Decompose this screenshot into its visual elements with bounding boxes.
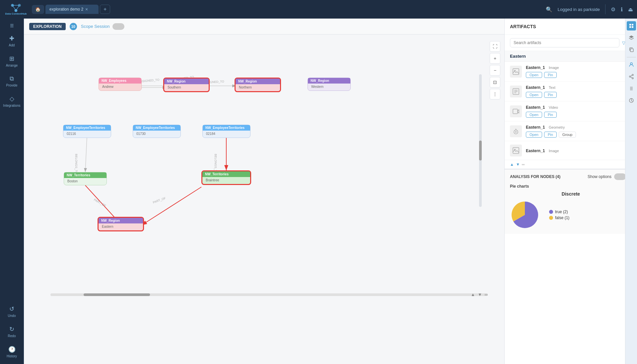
artifact-actions: Open Pin (526, 72, 632, 78)
svg-text:BELONGS_TO: BELONGS_TO (75, 154, 78, 174)
edge-divider (627, 57, 636, 57)
svg-point-37 (630, 63, 632, 65)
scope-toggle[interactable] (112, 23, 124, 30)
fit-btn[interactable]: ⊡ (490, 77, 500, 88)
pie-chart-container: true (2) false (1) (510, 200, 632, 230)
artifact-text-icon (510, 86, 522, 97)
sort-up-icon[interactable]: ▲ (471, 292, 475, 297)
edge-tab-person[interactable] (627, 60, 636, 69)
exploration-tab[interactable]: exploration demo 2 × (45, 5, 99, 14)
logout-icon[interactable]: ⏏ (628, 6, 633, 13)
svg-line-5 (16, 5, 20, 11)
artifact-actions: Open Pin (526, 92, 632, 98)
tab-close-btn[interactable]: × (85, 7, 88, 12)
fullscreen-btn[interactable]: ⛶ (490, 41, 500, 52)
sort-up-btn[interactable]: ▲ (510, 162, 514, 167)
artifact-group-btn[interactable]: Group (559, 132, 576, 138)
app-logo[interactable]: Data ContextHub (4, 3, 28, 16)
zoom-in-btn[interactable]: + (490, 53, 500, 64)
node-nw-region-eastern[interactable]: NW_Region Eastern (98, 217, 144, 231)
svg-point-29 (515, 131, 517, 133)
canvas-hscrollbar[interactable] (50, 293, 488, 296)
artifact-info: Eastern_1 Image Open Pin (526, 65, 632, 78)
svg-rect-30 (513, 148, 519, 153)
artifact-pin-btn[interactable]: Pin (544, 112, 557, 118)
node-nw-region-northern[interactable]: NW_Region Northern (235, 78, 281, 92)
node-nw-terr-boston[interactable]: NW_Territories Boston (64, 172, 107, 185)
provide-icon: ⧉ (10, 75, 14, 82)
undo-icon: ↺ (9, 305, 14, 313)
svg-rect-27 (513, 109, 518, 114)
node-nw-empterr-02116[interactable]: NW_EmployeeTerritories 02116 (63, 125, 111, 138)
edge-tab-share[interactable] (627, 72, 636, 81)
svg-point-38 (632, 74, 633, 76)
sidebar-item-integrations[interactable]: ◇ Integrations (0, 92, 24, 111)
node-nw-region-western[interactable]: NW_Region Western (308, 78, 351, 91)
topbar: Data ContextHub 🏠 exploration demo 2 × +… (0, 0, 637, 19)
artifact-actions: Open Pin (526, 112, 632, 118)
artifact-pin-btn[interactable]: Pin (544, 92, 557, 98)
artifact-info: Eastern_1 Text Open Pin (526, 85, 632, 98)
artifact-video-icon (510, 105, 522, 117)
artifact-info: Eastern_1 Video Open Pin (526, 105, 632, 118)
svg-rect-36 (630, 49, 633, 52)
node-nw-region-southern[interactable]: NW_Region Southern (163, 78, 210, 92)
artifact-open-btn[interactable]: Open (526, 72, 542, 78)
artifact-open-btn[interactable]: Open (526, 112, 542, 118)
sort-down-icon[interactable]: ▼ (478, 292, 482, 297)
edge-tab-copy[interactable] (627, 45, 636, 54)
svg-rect-35 (632, 26, 633, 28)
artifact-item-eastern1-image2: Eastern_1 Image (505, 141, 637, 160)
legend-item-false: false (1) (549, 215, 569, 220)
integrations-icon: ◇ (10, 95, 14, 102)
edge-tab-list[interactable] (627, 84, 636, 93)
settings-icon[interactable]: ⚙ (611, 6, 615, 13)
artifact-group-eastern: Eastern (505, 51, 637, 62)
graph-canvas[interactable]: ASSIGNED_TO ASSIGNED_TO ASSIGNED_TO BELO… (24, 34, 504, 364)
search-icon[interactable]: 🔍 (546, 6, 552, 13)
sidebar-item-history[interactable]: 🕐 History (0, 342, 24, 361)
artifact-open-btn[interactable]: Open (526, 132, 542, 138)
node-nw-employees[interactable]: NW_Employees Andrew (99, 78, 142, 91)
artifacts-title: ARTIFACTS (505, 19, 637, 35)
sidebar-item-arrange[interactable]: ⊞ Arrange (0, 52, 24, 71)
more-options-btn[interactable]: ⋮ (490, 89, 500, 99)
edge-tab-layers[interactable] (627, 33, 636, 42)
legend-dot-true (549, 210, 553, 214)
sort-equal-icon[interactable]: ═ (485, 292, 488, 297)
info-icon[interactable]: ℹ (621, 6, 623, 13)
artifact-pin-btn[interactable]: Pin (544, 72, 557, 78)
svg-line-13 (85, 137, 87, 172)
sort-eq-btn[interactable]: ═ (522, 162, 525, 167)
search-artifacts-input[interactable] (510, 38, 619, 47)
new-tab-btn[interactable]: + (100, 5, 110, 14)
analysis-options-toggle[interactable] (614, 173, 626, 180)
artifact-open-btn[interactable]: Open (526, 92, 542, 98)
scope-session-toggle[interactable]: Scope Session (81, 23, 124, 30)
svg-line-4 (13, 5, 16, 11)
redo-icon: ↻ (9, 326, 14, 333)
arrange-icon: ⊞ (9, 55, 14, 62)
svg-text:PART_OF: PART_OF (93, 198, 107, 208)
left-sidebar: ☰ ✚ Add ⊞ Arrange ⧉ Provide ◇ Integratio… (0, 19, 24, 364)
sidebar-item-undo[interactable]: ↺ Undo (0, 302, 24, 321)
home-tab[interactable]: 🏠 (32, 5, 44, 14)
zoom-out-btn[interactable]: − (490, 65, 500, 76)
count-badge: 10 (70, 23, 77, 30)
svg-text:PART_OF: PART_OF (152, 196, 166, 204)
svg-rect-32 (629, 24, 631, 26)
tab-bar: 🏠 exploration demo 2 × + (32, 5, 542, 14)
sort-down-btn[interactable]: ▼ (516, 162, 520, 167)
edge-tab-share2[interactable] (627, 96, 636, 105)
hamburger-menu[interactable]: ☰ (8, 21, 16, 30)
analysis-header: ANALYSIS FOR NODES (4) Show options ▽ (510, 173, 632, 180)
node-nw-terr-braintree[interactable]: NW_Territories Braintree (201, 170, 251, 185)
edge-tab-artifacts[interactable] (627, 21, 636, 30)
artifact-pin-btn[interactable]: Pin (544, 132, 557, 138)
sidebar-item-add[interactable]: ✚ Add (0, 31, 24, 50)
node-nw-empterr-02184[interactable]: NW_EmployeeTerritories 02184 (202, 125, 250, 138)
sidebar-item-provide[interactable]: ⧉ Provide (0, 72, 24, 91)
sidebar-item-redo[interactable]: ↻ Redo (0, 322, 24, 341)
exploration-badge: EXPLORATION (29, 23, 66, 30)
node-nw-empterr-01730[interactable]: NW_EmployeeTerritories 01730 (133, 125, 181, 138)
